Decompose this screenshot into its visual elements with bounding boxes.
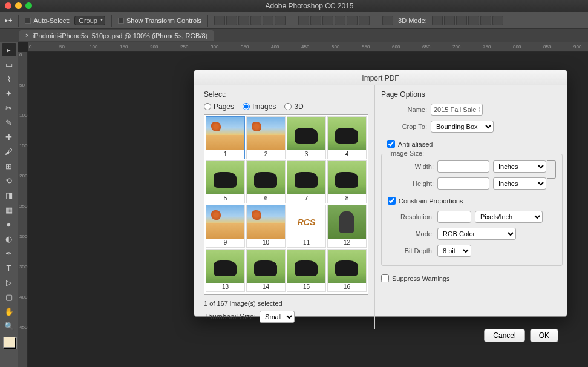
width-unit-select[interactable]: Inches — [493, 160, 546, 173]
show-transform-checkbox[interactable] — [118, 18, 124, 24]
thumbnail[interactable]: RCS11 — [287, 205, 326, 248]
thumbnail[interactable]: 10 — [246, 205, 286, 248]
name-field — [431, 104, 483, 116]
mode-3d-icons[interactable] — [432, 16, 503, 25]
height-unit-select[interactable]: Inches — [493, 177, 546, 190]
image-size-legend: Image Size: -- — [387, 150, 433, 157]
width-label: Width: — [388, 163, 434, 170]
document-tab-title: iPadmini-iPhone5s_510px.psd @ 100% (iPho… — [33, 32, 207, 39]
path-tool[interactable]: ▷ — [2, 276, 16, 289]
thumbnail-size-label: Thumbnail Size: — [204, 312, 256, 321]
link-dimensions-icon[interactable] — [547, 160, 556, 179]
shape-tool[interactable]: ▢ — [2, 290, 16, 303]
thumbnail[interactable]: 14 — [246, 249, 286, 292]
window-minimize[interactable] — [15, 2, 22, 9]
ok-button[interactable]: OK — [530, 329, 558, 342]
auto-select-label: Auto-Select: — [33, 17, 70, 24]
resolution-field[interactable] — [437, 211, 471, 223]
bitdepth-label: Bit Depth: — [388, 247, 434, 254]
type-tool[interactable]: T — [2, 261, 16, 274]
color-swatch[interactable] — [3, 337, 15, 348]
blur-tool[interactable]: ● — [2, 217, 16, 231]
show-transform-label: Show Transform Controls — [126, 17, 201, 24]
thumbnail[interactable]: 8 — [327, 160, 367, 203]
width-field[interactable] — [437, 160, 489, 173]
dialog-title: Import PDF — [194, 70, 567, 85]
wand-tool[interactable]: ✦ — [2, 87, 16, 100]
lasso-tool[interactable]: ⌇ — [2, 72, 16, 85]
document-tab-bar: × iPadmini-iPhone5s_510px.psd @ 100% (iP… — [0, 29, 588, 42]
app-titlebar: Adobe Photoshop CC 2015 — [0, 0, 588, 12]
mode-select[interactable]: RGB Color — [437, 228, 516, 240]
suppress-warnings-checkbox[interactable] — [381, 274, 389, 282]
thumbnail[interactable]: 2 — [246, 116, 286, 159]
thumbnail[interactable]: 7 — [287, 160, 326, 203]
thumbnail[interactable]: 3 — [287, 116, 326, 159]
distribute-icons[interactable] — [298, 16, 370, 25]
thumbnail[interactable]: 15 — [287, 249, 326, 292]
auto-select-dropdown[interactable]: Group — [74, 16, 105, 25]
zoom-tool[interactable]: 🔍 — [2, 319, 16, 332]
import-pdf-dialog: Import PDF Select: Pages Images 3D 12345… — [194, 70, 567, 317]
select-label: Select: — [204, 90, 368, 99]
constrain-label: Constrain Proportions — [399, 197, 463, 205]
history-brush-tool[interactable]: ⟲ — [2, 174, 16, 187]
thumbnail[interactable]: 12 — [327, 205, 367, 248]
height-label: Height: — [388, 180, 434, 187]
selection-info: 1 of 167 image(s) selected — [204, 300, 368, 307]
radio-pages[interactable]: Pages — [204, 102, 234, 111]
name-label: Name: — [381, 106, 427, 113]
thumbnail[interactable]: 9 — [206, 205, 245, 248]
resolution-unit-select[interactable]: Pixels/Inch — [475, 211, 543, 223]
thumbnail[interactable]: 13 — [206, 249, 245, 292]
window-close[interactable] — [5, 2, 11, 9]
thumbnail[interactable]: 5 — [206, 160, 245, 203]
move-tool-icon[interactable]: ▸+ — [5, 16, 12, 24]
thumbnail[interactable]: 4 — [327, 116, 367, 159]
page-options-header: Page Options — [381, 90, 563, 99]
auto-select-checkbox[interactable] — [25, 18, 31, 24]
suppress-warnings-label: Suppress Warnings — [392, 275, 450, 282]
resolution-label: Resolution: — [388, 213, 434, 220]
crop-tool[interactable]: ✂ — [2, 101, 16, 114]
anti-aliased-label: Anti-aliased — [398, 141, 433, 148]
tool-panel: ▸ ▭ ⌇ ✦ ✂ ✎ ✚ 🖌 ⊞ ⟲ ◨ ▦ ● ◐ ✒ T ▷ ▢ ✋ 🔍 — [0, 42, 18, 367]
brush-tool[interactable]: 🖌 — [2, 145, 16, 158]
eyedropper-tool[interactable]: ✎ — [2, 116, 16, 129]
thumbnail-grid[interactable]: 12345678910RCS111213141516 — [204, 114, 368, 295]
mode-label: Mode: — [388, 230, 434, 237]
anti-aliased-checkbox[interactable] — [387, 140, 395, 148]
thumbnail[interactable]: 1 — [206, 116, 245, 159]
marquee-tool[interactable]: ▭ — [2, 58, 16, 71]
gradient-tool[interactable]: ▦ — [2, 203, 16, 216]
app-title: Adobe Photoshop CC 2015 — [36, 2, 583, 10]
crop-to-select[interactable]: Bounding Box — [431, 121, 494, 133]
heal-tool[interactable]: ✚ — [2, 130, 16, 144]
height-field[interactable] — [437, 177, 489, 190]
pen-tool[interactable]: ✒ — [2, 246, 16, 260]
bitdepth-select[interactable]: 8 bit — [437, 245, 471, 257]
radio-3d[interactable]: 3D — [284, 102, 303, 111]
stamp-tool[interactable]: ⊞ — [2, 159, 16, 173]
document-tab[interactable]: × iPadmini-iPhone5s_510px.psd @ 100% (iP… — [19, 30, 214, 41]
radio-images[interactable]: Images — [243, 102, 276, 111]
options-bar: ▸+ Auto-Select: Group Show Transform Con… — [0, 12, 588, 29]
close-tab-icon[interactable]: × — [25, 32, 29, 39]
align-icons[interactable] — [214, 16, 286, 25]
mode-3d-label: 3D Mode: — [398, 17, 427, 24]
hand-tool[interactable]: ✋ — [2, 305, 16, 318]
thumbnail-size-select[interactable]: Small — [260, 311, 295, 323]
thumbnail[interactable]: 16 — [327, 249, 367, 292]
window-zoom[interactable] — [25, 2, 32, 9]
constrain-checkbox[interactable] — [388, 197, 396, 205]
dodge-tool[interactable]: ◐ — [2, 232, 16, 245]
crop-to-label: Crop To: — [381, 123, 427, 130]
auto-align-icon[interactable] — [382, 16, 393, 25]
cancel-button[interactable]: Cancel — [484, 329, 524, 342]
thumbnail[interactable]: 6 — [246, 160, 286, 203]
move-tool[interactable]: ▸ — [2, 43, 16, 56]
ruler-horizontal: 0501001502002503003504004505005506006507… — [28, 42, 588, 52]
eraser-tool[interactable]: ◨ — [2, 188, 16, 202]
ruler-vertical: 050100150200250300350400450 — [18, 52, 28, 367]
